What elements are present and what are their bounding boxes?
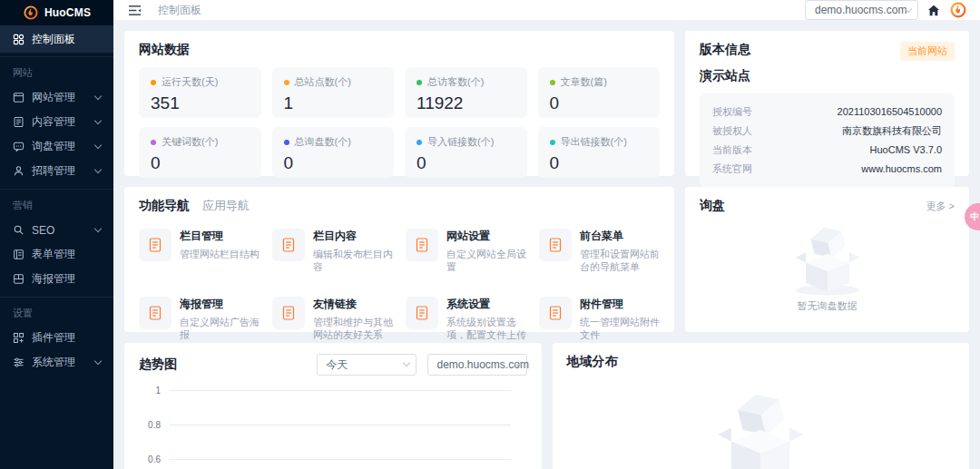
sidebar-item-system-management[interactable]: 系统管理 xyxy=(0,350,113,375)
stat-dot xyxy=(284,140,289,145)
document-icon xyxy=(139,229,172,261)
stat-tile-total-visitors: 总访客数(个) 11922 xyxy=(405,67,527,118)
stat-dot xyxy=(550,80,555,85)
tab-app-nav[interactable]: 应用导航 xyxy=(202,198,250,214)
quick-nav-item-column-management[interactable]: 栏目管理 管理网站栏目结构 xyxy=(139,229,260,273)
sidebar-item-label: 表单管理 xyxy=(32,247,104,262)
version-info-card: 版本信息 当前网站 演示站点 授权编号 2021103016504510000 … xyxy=(685,31,969,176)
quick-nav-item-column-content[interactable]: 栏目内容 编辑和发布栏目内容 xyxy=(272,229,393,273)
license-label: 系统官网 xyxy=(712,160,752,179)
y-axis-tick: 0.8 xyxy=(139,420,170,430)
stat-value: 0 xyxy=(151,153,250,173)
poster-layout-icon xyxy=(13,273,24,285)
stat-value: 0 xyxy=(550,93,649,113)
more-link[interactable]: 更多 > xyxy=(926,200,955,213)
breadcrumb[interactable]: 控制面板 xyxy=(158,3,201,18)
sidebar-item-inquiry-management[interactable]: 询盘管理 xyxy=(0,134,113,159)
sidebar-item-plugin-management[interactable]: 插件管理 xyxy=(0,326,113,350)
topbar-right: demo.huocms.com xyxy=(805,0,967,20)
quick-nav-title: 栏目管理 xyxy=(180,229,260,244)
document-icon xyxy=(406,297,438,329)
trend-site-select[interactable]: demo.huocms.com xyxy=(427,354,527,376)
sidebar-group-marketing: 营销 SEO 表单管理 海报管理 xyxy=(0,189,113,291)
stat-label: 总询盘数(个) xyxy=(295,135,351,149)
chevron-down-icon xyxy=(94,166,102,173)
stat-tiles: 运行天数(天) 351 总站点数(个) 1 总访客数(个) 11922 文章 xyxy=(139,67,660,178)
chat-bubble-icon xyxy=(13,141,24,152)
license-panel: 授权编号 2021103016504510000 被授权人 南京数旗科技有限公司… xyxy=(700,93,955,188)
app-logo[interactable]: HuoCMS xyxy=(0,0,113,25)
current-site-badge: 当前网站 xyxy=(900,42,955,61)
license-value: 2021103016504510000 xyxy=(838,103,942,122)
sidebar-item-label: 插件管理 xyxy=(32,330,104,346)
empty-text: 暂无询盘数据 xyxy=(798,299,858,313)
site-switcher-select[interactable]: demo.huocms.com xyxy=(805,0,918,20)
sidebar-section-label-settings: 设置 xyxy=(0,298,113,326)
card-title: 趋势图 xyxy=(139,357,177,373)
collapse-menu-icon[interactable] xyxy=(128,5,142,16)
trend-chart-card: 趋势图 今天 demo.huocms.com xyxy=(124,343,542,469)
app-logo-text: HuoCMS xyxy=(44,6,91,19)
region-empty-state xyxy=(567,379,956,469)
quick-nav-title: 海报管理 xyxy=(180,297,260,312)
sidebar-item-recruitment-management[interactable]: 招聘管理 xyxy=(0,159,113,183)
card-title: 网站数据 xyxy=(139,42,660,58)
y-axis-tick: 0.6 xyxy=(139,454,170,464)
license-row: 当前版本 HuoCMS V3.7.0 xyxy=(712,141,942,160)
quick-nav-title: 网站设置 xyxy=(446,229,526,244)
quick-nav-item-site-settings[interactable]: 网站设置 自定义网站全局设置 xyxy=(406,229,526,273)
license-row: 系统官网 www.huocms.com xyxy=(712,160,942,179)
site-name: 演示站点 xyxy=(700,68,955,84)
quick-nav-desc: 管理网站栏目结构 xyxy=(180,248,260,260)
chevron-down-icon xyxy=(94,357,102,365)
stat-tile-total-sites: 总站点数(个) 1 xyxy=(272,67,395,118)
quick-nav-desc: 统一管理网站附件文件 xyxy=(580,316,660,341)
license-label: 当前版本 xyxy=(712,141,752,160)
search-icon xyxy=(13,224,24,236)
sidebar-item-content-management[interactable]: 内容管理 xyxy=(0,110,113,134)
tab-function-nav[interactable]: 功能导航 xyxy=(139,198,190,214)
chevron-down-icon xyxy=(94,117,102,124)
chevron-down-icon xyxy=(94,225,102,232)
stat-tile-inbound-links: 导入链接数(个) 0 xyxy=(405,127,527,178)
sidebar-item-poster-management[interactable]: 海报管理 xyxy=(0,267,113,291)
topbar: 控制面板 demo.huocms.com xyxy=(113,0,980,20)
sidebar-group-settings: 设置 插件管理 系统管理 xyxy=(0,297,113,375)
app-window: HuoCMS 控制面板 网站 网站管理 内容管理 xyxy=(0,0,980,469)
sidebar-group-site: 网站 网站管理 内容管理 询盘管理 xyxy=(0,56,113,183)
sidebar-item-seo[interactable]: SEO xyxy=(0,218,113,242)
chart-gridline: 1 xyxy=(139,390,527,425)
chevron-down-icon xyxy=(94,93,102,100)
brand-flame-icon[interactable] xyxy=(949,1,967,19)
quick-nav-item-front-menu[interactable]: 前台菜单 管理和设置网站前台的导航菜单 xyxy=(539,229,660,273)
sidebar-item-label: 海报管理 xyxy=(32,271,104,287)
content-icon xyxy=(13,116,24,128)
sidebar: HuoCMS 控制面板 网站 网站管理 内容管理 xyxy=(0,0,113,469)
stat-dot xyxy=(416,80,422,85)
row-bottom: 趋势图 今天 demo.huocms.com xyxy=(124,343,969,469)
stat-tile-total-inquiries: 总询盘数(个) 0 xyxy=(272,127,395,178)
quick-nav-grid: 栏目管理 管理网站栏目结构 栏目内容 编辑和发布栏目内容 网站设置 自定义网站全… xyxy=(139,229,660,354)
sidebar-item-label: 内容管理 xyxy=(32,114,88,130)
stat-tile-articles: 文章数(篇) 0 xyxy=(538,67,661,118)
row-middle: 功能导航 应用导航 栏目管理 管理网站栏目结构 栏目内容 编辑和发布栏目内容 xyxy=(124,187,969,332)
site-switcher-value: demo.huocms.com xyxy=(815,4,906,16)
sidebar-item-website-management[interactable]: 网站管理 xyxy=(0,85,113,110)
sidebar-item-label: 招聘管理 xyxy=(32,163,88,179)
plugin-blocks-icon xyxy=(13,332,24,344)
stat-value: 11922 xyxy=(416,93,515,113)
document-icon xyxy=(406,229,438,261)
home-icon[interactable] xyxy=(927,5,940,16)
stat-tile-outbound-links: 导出链接数(个) 0 xyxy=(538,127,661,178)
sidebar-item-form-management[interactable]: 表单管理 xyxy=(0,242,113,267)
quick-nav-title: 前台菜单 xyxy=(580,229,660,244)
trend-range-select[interactable]: 今天 xyxy=(317,354,416,376)
license-value: www.huocms.com xyxy=(861,160,942,179)
region-distribution-card: 地域分布 xyxy=(553,343,970,469)
sidebar-item-dashboard[interactable]: 控制面板 xyxy=(0,25,113,53)
stat-value: 0 xyxy=(416,153,515,173)
quick-nav-card: 功能导航 应用导航 栏目管理 管理网站栏目结构 栏目内容 编辑和发布栏目内容 xyxy=(124,187,674,332)
stat-dot xyxy=(151,140,156,145)
chart-gridline: 0.8 xyxy=(139,425,527,459)
card-title: 地域分布 xyxy=(567,354,956,370)
